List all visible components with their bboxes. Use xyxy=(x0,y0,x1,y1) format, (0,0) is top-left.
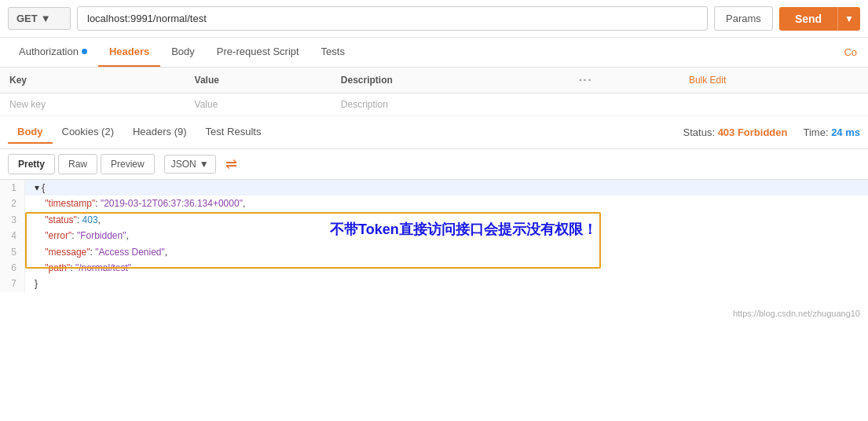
table-row: New key Value Description xyxy=(0,93,868,116)
line-content-7: } xyxy=(25,276,38,291)
line-num-1: 1 xyxy=(0,180,25,196)
status-value: 403 Forbidden xyxy=(718,126,788,138)
resp-tab-testresults[interactable]: Test Results xyxy=(196,121,271,144)
code-line-7: 7 } xyxy=(0,276,868,291)
col-description: Description xyxy=(331,68,570,93)
tab-prerequest-label: Pre-request Script xyxy=(217,46,299,57)
row-bulk xyxy=(679,93,868,116)
send-btn-group: Send ▼ xyxy=(779,7,860,31)
resp-tab-body-label: Body xyxy=(17,126,43,137)
resp-tab-cookies[interactable]: Cookies (2) xyxy=(53,121,123,144)
bulk-edit-button[interactable]: Bulk Edit xyxy=(679,68,868,93)
preview-tab[interactable]: Preview xyxy=(101,154,155,174)
key-placeholder[interactable]: New key xyxy=(0,93,185,116)
col-value: Value xyxy=(185,68,331,93)
params-button[interactable]: Params xyxy=(714,6,773,31)
code-line-2: 2 "timestamp": "2019-03-12T06:37:36.134+… xyxy=(0,196,868,211)
code-area: 1 ▾ { 2 "timestamp": "2019-03-12T06:37:3… xyxy=(0,180,868,306)
line-content-1: ▾ { xyxy=(25,180,45,196)
col-dots: ··· xyxy=(570,68,679,93)
tab-prerequest[interactable]: Pre-request Script xyxy=(206,38,310,67)
method-label: GET xyxy=(16,13,38,24)
resp-tab-headers[interactable]: Headers (9) xyxy=(123,121,196,144)
resp-tab-cookies-label: Cookies (2) xyxy=(62,126,114,137)
time-value: 24 ms xyxy=(831,126,860,138)
co-label: Co xyxy=(844,46,860,58)
line-num-5: 5 xyxy=(0,244,25,260)
line-num-6: 6 xyxy=(0,260,25,276)
send-dropdown-button[interactable]: ▼ xyxy=(837,7,860,31)
resp-tab-body[interactable]: Body xyxy=(8,121,53,144)
request-tabs: Authorization Headers Body Pre-request S… xyxy=(0,38,868,68)
annotation-text: 不带Token直接访问接口会提示没有权限！ xyxy=(330,218,597,242)
line-num-3: 3 xyxy=(0,212,25,228)
line-content-4: "error": "Forbidden", xyxy=(25,228,129,243)
watermark: https://blog.csdn.net/zhuguang10 xyxy=(0,306,868,321)
url-input[interactable] xyxy=(77,6,708,31)
line-content-3: "status": 403, xyxy=(25,212,101,228)
value-placeholder[interactable]: Value xyxy=(185,93,331,116)
resp-tab-headers-label: Headers (9) xyxy=(133,126,187,137)
line-content-5: "message": "Access Denied", xyxy=(25,244,167,260)
tab-body[interactable]: Body xyxy=(160,38,206,67)
format-select[interactable]: JSON ▼ xyxy=(164,155,216,174)
raw-tab[interactable]: Raw xyxy=(58,154,97,174)
line-num-2: 2 xyxy=(0,196,25,211)
status-info: Status: 403 Forbidden Time: 24 ms xyxy=(683,126,860,138)
tab-authorization[interactable]: Authorization xyxy=(8,38,98,67)
tab-headers[interactable]: Headers xyxy=(98,38,160,67)
method-select[interactable]: GET ▼ xyxy=(8,7,71,30)
desc-placeholder[interactable]: Description xyxy=(331,93,570,116)
code-line-6: 6 "path": "/normal/test" xyxy=(0,260,868,276)
line-content-2: "timestamp": "2019-03-12T06:37:36.134+00… xyxy=(25,196,245,211)
top-bar: GET ▼ Params Send ▼ xyxy=(0,0,868,38)
tab-authorization-label: Authorization xyxy=(19,46,79,57)
row-dots xyxy=(570,93,679,116)
wrap-icon[interactable]: ⇌ xyxy=(225,156,237,173)
line-num-4: 4 xyxy=(0,228,25,243)
send-button[interactable]: Send xyxy=(779,7,837,31)
tab-body-label: Body xyxy=(171,46,195,57)
line-content-6: "path": "/normal/test" xyxy=(25,260,131,276)
tab-tests[interactable]: Tests xyxy=(310,38,356,67)
col-key: Key xyxy=(0,68,185,93)
time-label: Time: 24 ms xyxy=(803,126,860,138)
code-line-1: 1 ▾ { xyxy=(0,180,868,196)
tab-headers-label: Headers xyxy=(109,46,149,57)
headers-table: Key Value Description ··· Bulk Edit New … xyxy=(0,68,868,116)
tab-tests-label: Tests xyxy=(321,46,345,57)
body-toolbar: Pretty Raw Preview JSON ▼ ⇌ xyxy=(0,149,868,180)
format-chevron: ▼ xyxy=(200,159,209,170)
format-label: JSON xyxy=(171,159,196,170)
response-tabs-bar: Body Cookies (2) Headers (9) Test Result… xyxy=(0,116,868,149)
line-num-7: 7 xyxy=(0,276,25,291)
method-chevron: ▼ xyxy=(41,13,51,24)
authorization-dot xyxy=(82,49,87,54)
code-line-5: 5 "message": "Access Denied", xyxy=(0,244,868,260)
pretty-tab[interactable]: Pretty xyxy=(8,154,55,174)
status-label: Status: 403 Forbidden xyxy=(683,126,788,138)
resp-tab-testresults-label: Test Results xyxy=(206,126,262,137)
